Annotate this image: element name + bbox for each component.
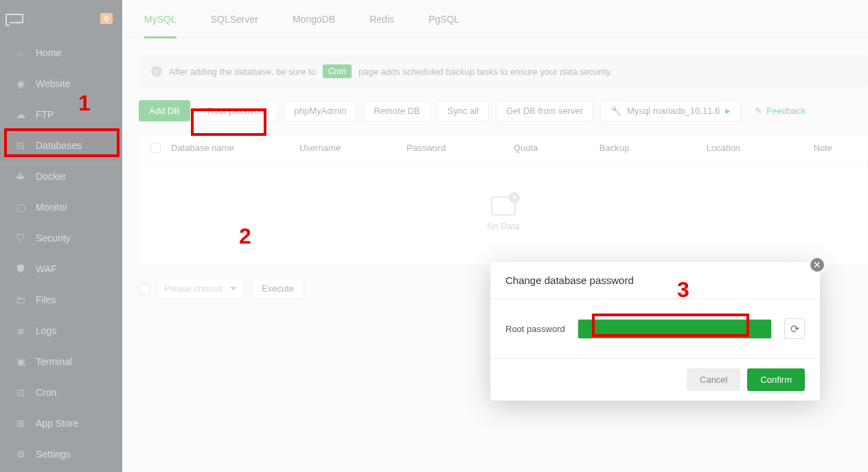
confirm-button[interactable]: Confirm (747, 368, 805, 391)
modal-overlay (0, 0, 868, 472)
root-password-input[interactable] (578, 319, 772, 339)
modal-title: Change database password (490, 262, 820, 299)
modal-close-button[interactable]: ✕ (809, 257, 825, 273)
modal-footer: Cancel Confirm (490, 358, 820, 401)
change-password-modal: ✕ Change database password Root password… (490, 262, 820, 401)
modal-body: Root password ⟳ (490, 299, 820, 358)
root-password-label: Root password (505, 324, 565, 334)
cancel-button[interactable]: Cancel (687, 368, 740, 391)
regenerate-button[interactable]: ⟳ (784, 318, 805, 339)
